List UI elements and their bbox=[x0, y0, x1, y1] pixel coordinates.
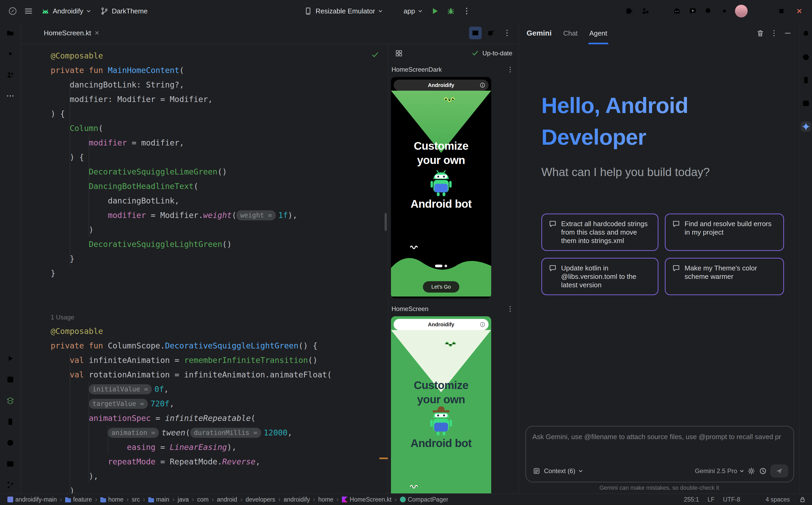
device-mirroring-icon[interactable] bbox=[622, 4, 637, 18]
breadcrumb-item[interactable]: androidify bbox=[283, 496, 310, 503]
running-devices-icon[interactable] bbox=[3, 414, 18, 429]
line-separator[interactable]: LF bbox=[707, 496, 715, 503]
window-minimize-button[interactable] bbox=[756, 4, 771, 18]
gemini-title: Gemini bbox=[527, 29, 552, 37]
editor-list-icon[interactable] bbox=[453, 27, 466, 39]
more-tool-windows-icon[interactable] bbox=[3, 89, 18, 103]
preview-more-icon[interactable] bbox=[506, 305, 514, 313]
code-line: } bbox=[51, 251, 332, 266]
preview-grid-layout-icon[interactable] bbox=[395, 49, 403, 57]
resource-manager-icon[interactable] bbox=[3, 372, 18, 387]
breadcrumb-item[interactable]: androidify-main bbox=[7, 496, 57, 503]
vcs-branch-selector[interactable]: DarkTheme bbox=[96, 5, 152, 17]
more-run-options-icon[interactable] bbox=[459, 4, 474, 18]
code-line: modifier = modifier, bbox=[51, 136, 332, 150]
breadcrumb-item[interactable]: feature bbox=[65, 496, 92, 503]
breadcrumb-label: HomeScreen.kt bbox=[350, 496, 392, 503]
tab-agent[interactable]: Agent bbox=[589, 22, 607, 44]
tab-homescreen-kt[interactable]: HomeScreen.kt × bbox=[26, 22, 105, 44]
breadcrumb-item[interactable]: CompactPager bbox=[400, 496, 448, 503]
logcat-icon[interactable] bbox=[654, 4, 669, 18]
gemini-input[interactable] bbox=[533, 433, 787, 441]
run-tool-window-icon[interactable] bbox=[3, 351, 18, 366]
breadcrumb-item[interactable]: main bbox=[148, 496, 169, 503]
commit-tool-icon[interactable] bbox=[3, 46, 18, 61]
history-icon[interactable] bbox=[759, 467, 767, 475]
suggestion-card[interactable]: Make my Theme's color scheme warmer bbox=[665, 258, 784, 295]
tab-chat[interactable]: Chat bbox=[563, 22, 578, 44]
file-encoding[interactable]: UTF-8 bbox=[723, 496, 740, 503]
suggestion-card[interactable]: Update kotlin in @libs.version.toml to t… bbox=[541, 258, 659, 295]
code-line: Column( bbox=[51, 121, 332, 136]
terminal-icon[interactable] bbox=[3, 457, 18, 471]
editor-more-icon[interactable] bbox=[501, 27, 513, 39]
gemini-input-box[interactable]: Context (6) Gemini 2.5 Pro bbox=[526, 426, 794, 482]
inspections-ok-icon[interactable] bbox=[371, 51, 379, 59]
preview-phone-light[interactable]: Androidify Customize your own Android bo… bbox=[391, 316, 491, 493]
suggestion-card[interactable]: Find and resolve build errors in my proj… bbox=[665, 213, 784, 251]
lets-go-button[interactable]: Let's Go bbox=[423, 281, 459, 293]
pull-requests-icon[interactable] bbox=[3, 67, 18, 82]
gemini-more-icon[interactable] bbox=[770, 29, 778, 37]
android-icon bbox=[41, 7, 49, 15]
code-line: } bbox=[51, 266, 332, 281]
breadcrumb-item[interactable]: java bbox=[178, 496, 189, 503]
tab-close-icon[interactable]: × bbox=[95, 29, 99, 37]
editor-scrollbar[interactable] bbox=[385, 213, 387, 231]
device-explorer-icon[interactable] bbox=[801, 75, 811, 86]
suggestion-card[interactable]: Extract all hardcoded strings from this … bbox=[541, 213, 659, 251]
preview-more-icon[interactable] bbox=[506, 65, 514, 74]
app-quality-insights-icon[interactable] bbox=[801, 98, 811, 109]
profiler-tool-icon[interactable] bbox=[801, 52, 811, 62]
split-editor-icon[interactable] bbox=[469, 27, 482, 39]
context-selector[interactable]: Context (6) bbox=[533, 467, 583, 475]
breadcrumb-label: home bbox=[108, 496, 123, 503]
breadcrumb-item[interactable]: developers bbox=[246, 496, 275, 503]
settings-gear-icon[interactable] bbox=[717, 4, 732, 18]
hide-panel-icon[interactable] bbox=[784, 29, 792, 37]
project-selector[interactable]: Androidify bbox=[37, 5, 95, 17]
window-maximize-button[interactable] bbox=[774, 4, 789, 18]
breadcrumb-item[interactable]: home bbox=[318, 496, 333, 503]
breadcrumb-item[interactable]: android bbox=[217, 496, 237, 503]
project-tool-icon[interactable] bbox=[3, 25, 18, 40]
trash-icon[interactable] bbox=[756, 29, 765, 37]
notifications-icon[interactable] bbox=[801, 28, 811, 39]
search-everywhere-icon[interactable] bbox=[701, 4, 716, 18]
profiler-icon[interactable] bbox=[638, 4, 653, 18]
problems-icon[interactable] bbox=[3, 436, 18, 450]
preview-headline: Android bot bbox=[391, 437, 491, 450]
user-avatar[interactable] bbox=[735, 5, 747, 17]
code-lines: @Composableprivate fun MainHomeContent( … bbox=[51, 48, 332, 493]
window-close-button[interactable] bbox=[792, 4, 807, 18]
code-line: easing = LinearEasing), bbox=[51, 440, 332, 454]
breadcrumb-item[interactable]: HomeScreen.kt bbox=[342, 496, 392, 503]
main-menu-button[interactable] bbox=[21, 4, 36, 18]
lock-icon[interactable] bbox=[798, 495, 807, 504]
build-variants-icon[interactable] bbox=[3, 393, 18, 408]
kotlin-icon bbox=[342, 497, 348, 502]
breadcrumb-item[interactable]: home bbox=[100, 496, 123, 503]
run-button[interactable] bbox=[428, 4, 442, 18]
breadcrumb-item[interactable]: com bbox=[197, 496, 208, 503]
context-icon bbox=[533, 467, 541, 475]
preview-phone-dark[interactable]: Androidify Customize your own Android bo… bbox=[391, 77, 491, 298]
debug-button[interactable] bbox=[444, 4, 458, 18]
gemini-tool-icon[interactable] bbox=[801, 121, 811, 132]
gemini-chat-icon[interactable] bbox=[685, 4, 700, 18]
open-preview-icon[interactable] bbox=[485, 27, 497, 39]
indent-setting[interactable]: 4 spaces bbox=[766, 496, 790, 503]
device-selector[interactable]: Resizable Emulator bbox=[300, 5, 386, 17]
code-editor[interactable]: @Composableprivate fun MainHomeContent( … bbox=[21, 44, 388, 493]
ai-status-icon[interactable] bbox=[749, 495, 757, 504]
code-line: ) bbox=[51, 483, 332, 493]
run-configuration-selector[interactable]: app bbox=[388, 5, 427, 17]
studio-bot-icon[interactable] bbox=[670, 4, 684, 18]
caret-position[interactable]: 255:1 bbox=[684, 496, 699, 503]
send-button[interactable] bbox=[770, 464, 788, 478]
model-selector[interactable]: Gemini 2.5 Pro bbox=[695, 467, 744, 475]
folder-icon bbox=[65, 497, 71, 502]
gemini-settings-icon[interactable] bbox=[747, 467, 756, 475]
breadcrumb-item[interactable]: src bbox=[132, 496, 140, 503]
version-control-icon[interactable] bbox=[3, 478, 18, 492]
